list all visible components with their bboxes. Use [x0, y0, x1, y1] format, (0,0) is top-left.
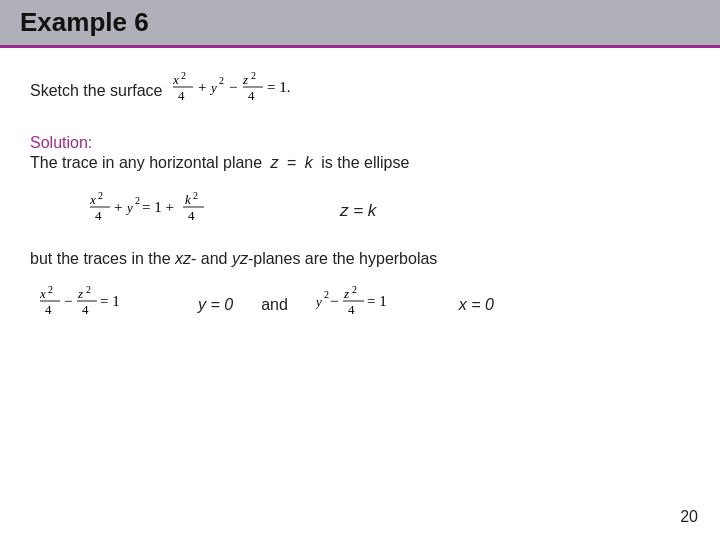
svg-text:4: 4 — [248, 88, 255, 103]
svg-text:z: z — [343, 286, 349, 301]
svg-text:y: y — [125, 200, 133, 215]
svg-text:= 1.: = 1. — [267, 79, 290, 95]
but-xz: xz — [175, 250, 191, 267]
main-content: Sketch the surface x 2 4 + y 2 − z 2 4 =… — [0, 48, 720, 326]
svg-text:4: 4 — [348, 302, 355, 317]
svg-text:2: 2 — [219, 75, 224, 86]
svg-text:2: 2 — [48, 284, 53, 295]
x-equals-0: x = 0 — [459, 296, 494, 314]
trace-text-1: The trace in any horizontal plane — [30, 154, 262, 171]
svg-text:2: 2 — [86, 284, 91, 295]
sketch-line: Sketch the surface x 2 4 + y 2 − z 2 4 =… — [30, 70, 690, 112]
solution-label: Solution: — [30, 134, 690, 152]
svg-text:z: z — [242, 72, 248, 87]
svg-text:−: − — [229, 79, 237, 95]
svg-text:x: x — [40, 286, 46, 301]
but-text: but the traces in the xz- and yz-planes … — [30, 250, 690, 268]
formula-hyperbola-2: y 2 − z 2 4 = 1 — [316, 284, 431, 326]
svg-text:2: 2 — [181, 70, 186, 81]
svg-text:y: y — [316, 294, 322, 309]
trace-z-var: z — [271, 154, 279, 171]
formula-ellipse: x 2 4 + y 2 = 1 + k 2 4 — [90, 190, 300, 232]
svg-text:= 1: = 1 — [100, 293, 120, 309]
svg-text:z: z — [77, 286, 83, 301]
but-text-1: but the traces in the — [30, 250, 171, 267]
svg-text:2: 2 — [193, 190, 198, 201]
svg-text:+: + — [114, 199, 122, 215]
svg-text:x: x — [173, 72, 179, 87]
y-equals-0: y = 0 — [198, 296, 233, 314]
svg-text:4: 4 — [95, 208, 102, 223]
but-and: - and — [191, 250, 232, 267]
svg-text:x: x — [90, 192, 96, 207]
but-yz: yz — [232, 250, 248, 267]
svg-text:4: 4 — [45, 302, 52, 317]
svg-text:2: 2 — [251, 70, 256, 81]
sketch-text: Sketch the surface — [30, 82, 163, 100]
svg-text:−: − — [330, 293, 338, 309]
trace-k-var: k — [305, 154, 313, 171]
formula-surface: x 2 4 + y 2 − z 2 4 = 1. — [173, 70, 373, 112]
trace-eq: = — [287, 154, 296, 171]
page-title: Example 6 — [20, 7, 149, 38]
and-label: and — [261, 296, 288, 314]
svg-text:+: + — [198, 79, 206, 95]
ellipse-formula-block: x 2 4 + y 2 = 1 + k 2 4 z = k — [30, 190, 690, 232]
svg-text:2: 2 — [352, 284, 357, 295]
svg-text:4: 4 — [82, 302, 89, 317]
svg-text:= 1 +: = 1 + — [142, 199, 174, 215]
zk-label: z = k — [340, 201, 376, 221]
trace-text-2: is the ellipse — [321, 154, 409, 171]
formula-hyperbola-1: x 2 4 − z 2 4 = 1 — [40, 284, 170, 326]
svg-text:2: 2 — [98, 190, 103, 201]
svg-text:4: 4 — [178, 88, 185, 103]
svg-text:y: y — [209, 80, 217, 95]
page-number: 20 — [680, 508, 698, 526]
svg-text:= 1: = 1 — [367, 293, 387, 309]
svg-text:2: 2 — [324, 289, 329, 300]
trace-text: The trace in any horizontal plane z = k … — [30, 154, 690, 172]
hyperbola-formulas: x 2 4 − z 2 4 = 1 y = 0 and y 2 − z 2 4 … — [30, 284, 690, 326]
header-bar: Example 6 — [0, 0, 720, 48]
svg-text:−: − — [64, 293, 72, 309]
svg-text:2: 2 — [135, 195, 140, 206]
svg-text:k: k — [185, 192, 191, 207]
svg-text:4: 4 — [188, 208, 195, 223]
but-text-2: -planes are the hyperbolas — [248, 250, 437, 267]
